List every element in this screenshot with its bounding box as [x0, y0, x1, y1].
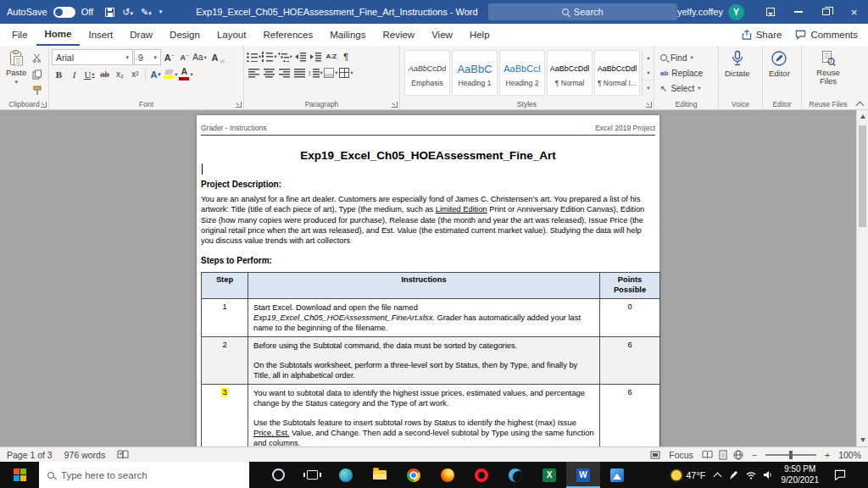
taskbar-app-opera[interactable] — [465, 462, 498, 488]
instructions-cell[interactable]: Start Excel. Download and open the file … — [248, 298, 600, 337]
show-paragraph-marks-button[interactable]: ¶ — [339, 49, 353, 64]
taskbar-app-file-explorer[interactable] — [363, 462, 397, 488]
pen-button[interactable]: ✎▾ — [141, 7, 152, 18]
taskbar-app-chrome[interactable] — [397, 462, 431, 488]
scrollbar-thumb[interactable] — [859, 125, 866, 227]
document-page[interactable]: Grader - Instructions Excel 2019 Project… — [197, 115, 659, 446]
page-header-right[interactable]: Excel 2019 Project — [595, 124, 655, 132]
word-count[interactable]: 976 words — [64, 450, 105, 460]
table-header-instructions[interactable]: Instructions — [248, 273, 600, 298]
font-color-button[interactable]: A▾ — [179, 67, 193, 81]
page-indicator[interactable]: Page 1 of 3 — [7, 450, 53, 460]
cut-button[interactable] — [30, 51, 44, 65]
tab-draw[interactable]: Draw — [121, 24, 161, 46]
tab-file[interactable]: File — [3, 24, 36, 46]
tab-review[interactable]: Review — [374, 24, 423, 46]
points-cell[interactable]: 6 — [600, 385, 660, 446]
justify-button[interactable] — [292, 65, 307, 80]
taskbar-app-word[interactable]: W — [566, 462, 600, 488]
copy-button[interactable] — [30, 67, 44, 81]
web-layout-icon[interactable] — [733, 450, 743, 460]
tab-design[interactable]: Design — [161, 24, 209, 46]
taskbar-app-edge[interactable] — [329, 462, 363, 488]
tab-view[interactable]: View — [423, 24, 461, 46]
italic-button[interactable]: I — [67, 67, 81, 81]
scroll-down-button[interactable] — [857, 434, 868, 446]
text-run[interactable]: Value, and Change. Then add a second-lev… — [253, 429, 594, 446]
scroll-up-button[interactable] — [857, 110, 868, 123]
project-description-heading[interactable]: Project Description: — [201, 180, 655, 189]
zoom-level[interactable]: 100% — [838, 450, 861, 460]
style--normal-i-[interactable]: AaBbCcDdl¶ Normal I... — [594, 50, 640, 96]
select-button[interactable]: ↖ Select▾ — [660, 81, 703, 95]
wifi-icon[interactable] — [746, 471, 756, 480]
decrease-indent-button[interactable] — [293, 49, 308, 64]
points-cell[interactable]: 0 — [600, 298, 660, 337]
highlight-color-button[interactable]: ▾ — [164, 67, 178, 81]
speaker-icon[interactable] — [763, 470, 773, 480]
multilevel-list-button[interactable]: ▾ — [278, 49, 292, 64]
style--normal[interactable]: AaBbCcDdl¶ Normal — [547, 50, 593, 96]
taskbar-app-excel[interactable]: X — [532, 462, 566, 488]
tab-insert[interactable]: Insert — [80, 24, 121, 46]
save-icon[interactable] — [105, 8, 114, 17]
instructions-cell[interactable]: You want to subtotal data to identify th… — [248, 385, 600, 446]
zoom-out-button[interactable]: − — [752, 450, 757, 460]
read-mode-icon[interactable] — [702, 450, 713, 459]
comments-button[interactable]: Comments — [795, 30, 858, 40]
weather-widget[interactable]: 47°F — [671, 470, 705, 480]
steps-table[interactable]: StepInstructionsPoints Possible 1Start E… — [201, 272, 660, 446]
editor-button[interactable]: Editor — [765, 48, 793, 97]
step-cell[interactable]: 1 — [202, 298, 248, 337]
text-run[interactable]: Price, Est. — [253, 429, 289, 437]
text-run[interactable]: Exp19_Excel_Ch05_HOEAssessment_FineArt.x… — [253, 313, 432, 322]
taskbar-app-firefox[interactable] — [431, 462, 465, 488]
taskbar-search[interactable] — [39, 462, 249, 488]
text-run[interactable]: You want to subtotal data to identify th… — [253, 389, 585, 408]
qat-customize-icon[interactable]: ▾ — [159, 8, 163, 15]
zoom-slider-thumb[interactable] — [789, 451, 793, 459]
borders-button[interactable]: ▾ — [339, 65, 353, 80]
taskbar-app-task-view[interactable] — [295, 462, 329, 488]
action-center-button[interactable] — [827, 469, 853, 480]
styles-more-button[interactable]: ▾ — [643, 80, 654, 96]
zoom-in-button[interactable]: + — [825, 450, 830, 460]
minimize-button[interactable] — [784, 0, 812, 24]
taskbar-search-input[interactable] — [61, 470, 241, 480]
bold-button[interactable]: B — [52, 67, 66, 81]
reuse-files-button[interactable]: Reuse Files — [804, 48, 852, 97]
strikethrough-button[interactable]: ab — [97, 67, 112, 81]
clock[interactable]: 9:50 PM 9/20/2021 — [782, 464, 820, 485]
office-search-box[interactable]: Search — [488, 3, 677, 20]
tab-layout[interactable]: Layout — [209, 24, 255, 46]
vertical-scrollbar[interactable] — [856, 110, 868, 446]
restore-button[interactable] — [812, 0, 840, 24]
tab-help[interactable]: Help — [461, 24, 498, 46]
numbering-button[interactable]: ▾ — [262, 49, 276, 64]
step-cell[interactable]: 2 — [202, 337, 248, 385]
tab-mailings[interactable]: Mailings — [321, 24, 374, 46]
style-heading-1[interactable]: AaBbCHeading 1 — [452, 50, 498, 96]
start-button[interactable] — [0, 462, 39, 488]
proofing-icon[interactable] — [117, 450, 129, 459]
style-emphasis[interactable]: AaBbCcDdEmphasis — [404, 50, 450, 96]
clear-formatting-button[interactable]: A — [208, 50, 222, 64]
points-cell[interactable]: 6 — [600, 337, 660, 385]
project-description-text[interactable]: You are an analyst for a fine art dealer… — [201, 194, 655, 246]
line-spacing-button[interactable]: ↕▾ — [308, 65, 323, 80]
account-button[interactable]: yelfy.coffey Y — [677, 4, 744, 20]
font-size-combo[interactable]: 9▾ — [134, 49, 161, 65]
grow-font-button[interactable]: Aˆ — [162, 50, 176, 64]
text-run[interactable]: Start Excel. Download and open the file … — [253, 303, 418, 312]
text-run[interactable]: Limited Edition — [436, 205, 487, 214]
text-run[interactable]: Use the Subtotals feature to insert subt… — [253, 419, 576, 427]
change-case-button[interactable]: Aa▾ — [192, 50, 207, 64]
shrink-font-button[interactable]: Aˇ — [177, 50, 192, 64]
styles-scroll-down-button[interactable]: ▾ — [643, 65, 654, 80]
find-button[interactable]: Find▾ — [660, 51, 703, 64]
subscript-button[interactable]: x₂ — [113, 67, 127, 81]
autosave-toggle[interactable] — [53, 7, 75, 18]
document-heading[interactable]: Exp19_Excel_Ch05_HOEAssessment_Fine_Art — [201, 149, 655, 162]
ribbon-display-options-button[interactable] — [756, 0, 784, 24]
align-left-button[interactable] — [247, 65, 261, 80]
